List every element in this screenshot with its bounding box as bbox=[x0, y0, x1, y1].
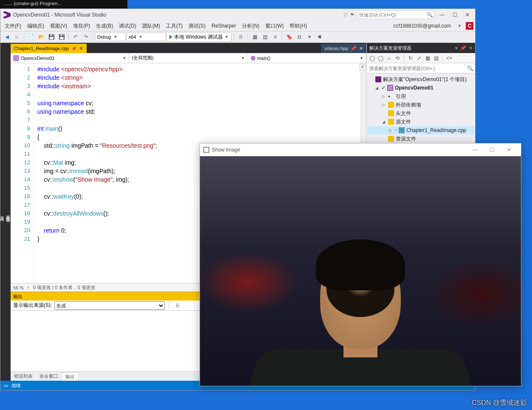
close-button[interactable]: ✕ bbox=[501, 144, 518, 156]
show-all-icon[interactable]: ▦ bbox=[424, 55, 431, 62]
minimize-button[interactable]: — bbox=[467, 144, 484, 156]
open-file-button[interactable]: 📂 bbox=[37, 32, 46, 42]
nav-fwd-button[interactable]: ▶ bbox=[12, 32, 22, 42]
dropdown-icon[interactable]: ▾ bbox=[455, 45, 458, 51]
output-tool-button[interactable]: ⎘ bbox=[173, 301, 182, 310]
save-button[interactable]: 💾 bbox=[47, 32, 56, 42]
folder-icon bbox=[388, 136, 394, 142]
menu-test[interactable]: 测试(S) bbox=[186, 22, 208, 31]
resharper-badge-icon[interactable]: C bbox=[466, 22, 473, 30]
menu-tools[interactable]: 工具(T) bbox=[163, 22, 185, 31]
nav-back-button[interactable]: ◀ bbox=[2, 32, 11, 42]
image-window-titlebar[interactable]: Show Image — ☐ ✕ bbox=[200, 143, 521, 156]
collapse-icon[interactable]: ⤢ bbox=[416, 55, 422, 62]
menu-team[interactable]: 团队(M) bbox=[140, 22, 163, 31]
menu-window[interactable]: 窗口(W) bbox=[263, 22, 286, 31]
home-icon[interactable]: ⌂ bbox=[386, 55, 392, 62]
bookmark-button[interactable]: 🔖 bbox=[284, 32, 294, 42]
tool-2-button[interactable]: ▦ bbox=[250, 32, 259, 42]
line-number-gutter: 123456789101112131415161718192021 bbox=[11, 63, 34, 283]
window-title: OpencvDemo01 - Microsoft Visual Studio bbox=[13, 12, 106, 18]
preview-document-tab[interactable]: videoio.hpp 📌 ✕ bbox=[321, 44, 366, 53]
cpp-file-icon bbox=[399, 127, 405, 133]
account-label[interactable]: ccf19881030@gmail.com bbox=[391, 22, 453, 30]
properties-icon[interactable]: ▤ bbox=[433, 55, 439, 62]
menu-project[interactable]: 项目(P) bbox=[70, 22, 93, 31]
context-combo[interactable]: (全局范围)▼ bbox=[129, 53, 248, 63]
maximize-button[interactable]: ☐ bbox=[450, 11, 460, 19]
references-node[interactable]: ▷▪引用 bbox=[368, 92, 474, 101]
save-all-button[interactable]: 💾 bbox=[57, 32, 66, 42]
menu-file[interactable]: 文件(F) bbox=[2, 22, 24, 31]
menu-resharper[interactable]: ReSharper bbox=[209, 22, 239, 30]
fwd-icon[interactable]: ◯ bbox=[377, 55, 384, 62]
view-code-icon[interactable]: <> bbox=[446, 55, 453, 62]
project-icon bbox=[387, 85, 393, 91]
config-combo[interactable]: Debug▼ bbox=[95, 33, 126, 41]
minimize-button[interactable]: — bbox=[437, 11, 447, 19]
tab-error-list[interactable]: 错误列表 bbox=[11, 372, 36, 380]
search-icon[interactable]: 🔍 bbox=[465, 65, 475, 71]
source-file-node[interactable]: ▷+Chapter1_ReadImage.cpp bbox=[368, 126, 474, 135]
source-files-node[interactable]: ◢源文件 bbox=[368, 118, 474, 126]
server-explorer-tab[interactable]: 服务器资源管理器 bbox=[5, 46, 11, 381]
left-tool-rail[interactable]: 服务器资源管理器 工具箱 bbox=[0, 43, 11, 381]
tool-6-button[interactable]: ✶ bbox=[305, 32, 314, 42]
solution-node[interactable]: 解决方案"OpencvDemo01"(1 个项目) bbox=[368, 75, 474, 84]
menu-help[interactable]: 帮助(H) bbox=[287, 22, 310, 31]
menu-build[interactable]: 生成(B) bbox=[93, 22, 115, 31]
solution-search[interactable]: 🔍 bbox=[367, 63, 475, 73]
codelens-changes[interactable]: 0 项更改 | 0 名作者，0 项更改 bbox=[33, 284, 96, 291]
pin-icon[interactable]: 📌 bbox=[71, 46, 76, 51]
tab-close-icon[interactable]: ✕ bbox=[79, 45, 83, 51]
toolbox-tab[interactable]: 工具箱 bbox=[0, 46, 5, 381]
close-icon[interactable]: ✕ bbox=[469, 45, 473, 51]
platform-combo[interactable]: x64▼ bbox=[127, 33, 166, 41]
solution-explorer-title[interactable]: 解决方案资源管理器 ▾📌✕ bbox=[367, 43, 475, 53]
project-node[interactable]: ◢✔OpencvDemo01 bbox=[368, 84, 474, 92]
tool-7-button[interactable]: ✖ bbox=[315, 32, 324, 42]
tab-command-window[interactable]: 命令窗口 bbox=[36, 372, 62, 380]
back-icon[interactable]: ◯ bbox=[369, 55, 375, 62]
new-project-button[interactable]: 📄 bbox=[26, 32, 36, 42]
maximize-button[interactable]: ☐ bbox=[484, 144, 501, 156]
refresh-icon[interactable]: ↻ bbox=[407, 55, 414, 62]
headers-node[interactable]: 头文件 bbox=[368, 109, 474, 118]
quick-launch[interactable]: 🔍 bbox=[357, 11, 434, 19]
solution-search-input[interactable] bbox=[367, 64, 465, 73]
quick-launch-input[interactable] bbox=[357, 11, 425, 19]
start-debug-button[interactable]: 本地 Windows 调试器▼ bbox=[166, 32, 231, 42]
titlebar[interactable]: OpencvDemo01 - Microsoft Visual Studio ▽… bbox=[0, 9, 475, 21]
function-combo[interactable]: ⬤main()▼ bbox=[248, 53, 366, 63]
pin-icon[interactable]: 📌 bbox=[351, 46, 357, 51]
scope-combo[interactable]: OpencvDemo01▼ bbox=[11, 53, 129, 63]
feedback-icon[interactable]: ⚑ bbox=[350, 12, 355, 18]
tab-output[interactable]: 输出 bbox=[62, 372, 79, 381]
active-document-tab[interactable]: Chapter1_ReadImage.cpp 📌 ✕ bbox=[11, 44, 87, 53]
external-deps-node[interactable]: ▷外部依赖项 bbox=[368, 101, 474, 109]
tool-3-button[interactable]: ▤ bbox=[260, 32, 270, 42]
sync-icon[interactable]: ⟲ bbox=[394, 55, 401, 62]
output-source-combo[interactable]: 生成 bbox=[54, 301, 165, 310]
redo-button[interactable]: ↷ bbox=[81, 32, 90, 42]
split-editor-button[interactable]: ⇵ bbox=[360, 64, 366, 70]
menu-analyze[interactable]: 分析(N) bbox=[239, 22, 262, 31]
tool-5-button[interactable]: ⧉ bbox=[295, 32, 304, 42]
zoom-combo[interactable]: 56 % bbox=[13, 285, 24, 290]
account-caret-icon[interactable]: ▼ bbox=[455, 23, 464, 29]
menu-debug[interactable]: 调试(D) bbox=[116, 22, 139, 31]
menu-edit[interactable]: 编辑(E) bbox=[25, 22, 47, 31]
pin-icon[interactable]: 📌 bbox=[460, 45, 466, 51]
tool-1-button[interactable]: ⎘ bbox=[236, 32, 245, 42]
image-window-title: Show Image bbox=[212, 147, 240, 153]
resource-files-node[interactable]: 资源文件 bbox=[368, 135, 474, 143]
show-image-window[interactable]: Show Image — ☐ ✕ bbox=[200, 143, 521, 386]
undo-button[interactable]: ↶ bbox=[71, 32, 80, 42]
search-icon[interactable]: 🔍 bbox=[425, 12, 434, 18]
close-button[interactable]: ✕ bbox=[462, 11, 473, 19]
taskbar-fragment: ....... (cmake-gui) Program... bbox=[0, 0, 127, 8]
notification-icon[interactable]: ▽ bbox=[343, 12, 347, 18]
menu-view[interactable]: 视图(V) bbox=[48, 22, 70, 31]
tool-4-button[interactable]: ≡ bbox=[270, 32, 280, 42]
tab-close-icon[interactable]: ✕ bbox=[359, 46, 363, 51]
